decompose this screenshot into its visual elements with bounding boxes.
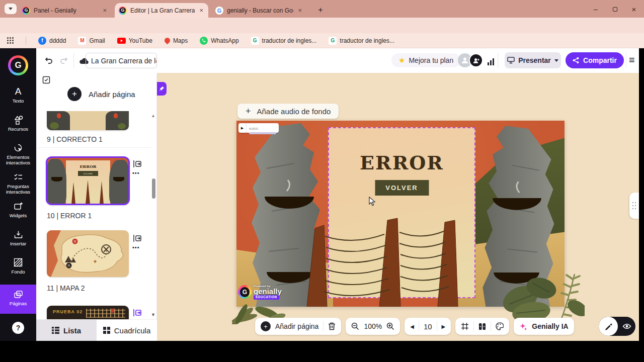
window-close-button[interactable]: ×	[628, 4, 640, 14]
play-icon[interactable]: ▶	[238, 123, 247, 133]
tab-search-button[interactable]	[5, 4, 17, 14]
monitor-icon	[507, 57, 515, 64]
page-label[interactable]: 10 | ERROR 1	[47, 212, 92, 220]
tab-lista[interactable]: Lista	[36, 320, 97, 341]
sidebar-item-elementos-interactivos[interactable]: Elementos interactivos	[0, 143, 36, 166]
sidebar-item-fondo[interactable]: Fondo	[0, 257, 36, 275]
page-thumbnail-9[interactable]	[47, 111, 129, 130]
genially-ia-button[interactable]: Genially IA	[514, 318, 574, 335]
pages-panel: + Añadir página 9 | CORRECTO 1 ERROR VOL…	[36, 73, 157, 319]
slide-volver-button[interactable]: VOLVER	[375, 180, 429, 196]
bookmark-item[interactable]: f ddddd	[38, 37, 66, 45]
window-maximize-button[interactable]	[609, 4, 621, 14]
bookmarks-bar: f ddddd M Gmail YouTube Maps WhatsApp G …	[0, 33, 644, 48]
page-layout-icon[interactable]	[133, 234, 142, 243]
menu-icon[interactable]: ≡	[629, 54, 635, 66]
thumb-button: VOLVER	[78, 171, 98, 176]
undo-icon[interactable]	[42, 54, 55, 67]
slide-error-title[interactable]: ERROR	[329, 151, 474, 174]
preview-mode-button[interactable]	[618, 323, 635, 330]
sidebar-item-recursos[interactable]: Recursos	[0, 115, 36, 132]
sidebar-item-preguntas-interactivas[interactable]: Preguntas interactivas	[0, 172, 36, 195]
trash-icon[interactable]	[328, 322, 336, 330]
bookmark-item[interactable]: G traductor de ingles...	[251, 37, 317, 45]
thumb-art	[113, 177, 124, 182]
plus-icon: +	[67, 87, 82, 101]
new-tab-button[interactable]: +	[315, 5, 326, 16]
page-thumbnail-12[interactable]: PRUEBA 02	[47, 306, 129, 319]
divider	[38, 147, 151, 148]
bookmark-item[interactable]: M Gmail	[78, 37, 105, 45]
window-minimize-button[interactable]: –	[590, 4, 602, 14]
scrollbar-thumb[interactable]	[152, 178, 155, 199]
browser-tab-google[interactable]: G genially - Buscar con Google ×	[211, 3, 307, 18]
bookmark-item[interactable]: Maps	[165, 37, 188, 44]
upgrade-label: Mejora tu plan	[409, 56, 453, 64]
edit-mode-button[interactable]	[599, 317, 618, 336]
present-button[interactable]: Presentar	[505, 52, 561, 68]
upgrade-plan-button[interactable]: ★ Mejora tu plan	[391, 53, 460, 67]
checklist-clipboard-icon[interactable]	[42, 76, 50, 84]
insert-icon	[0, 229, 36, 239]
browser-tab-panel[interactable]: G Panel - Genially ×	[18, 3, 112, 18]
whatsapp-icon	[200, 37, 208, 45]
pin-panel-button[interactable]	[157, 82, 167, 96]
tab-close-icon[interactable]: ×	[297, 7, 303, 14]
genially-logo[interactable]: G	[8, 55, 28, 75]
bookmark-item[interactable]: G traductor de ingles...	[329, 37, 394, 45]
tab-cuadricula[interactable]: Cuadrícula	[97, 320, 157, 341]
apps-grid-icon[interactable]	[7, 37, 14, 44]
frame-grid-icon[interactable]	[461, 322, 469, 330]
list-view-icon	[52, 327, 59, 334]
chevron-down-icon	[9, 8, 13, 10]
invite-collaborator-button[interactable]	[469, 53, 483, 67]
lista-label: Lista	[63, 326, 81, 335]
genially-watermark: G Powered by genially EDUCATION	[238, 285, 282, 300]
palette-icon[interactable]	[496, 322, 504, 330]
slide-rope-bridge[interactable]	[301, 214, 469, 307]
page-thumbnail-10-selected[interactable]: ERROR VOLVER	[46, 156, 130, 205]
bookmark-item[interactable]: WhatsApp	[200, 37, 238, 45]
sidebar-item-paginas[interactable]: Páginas	[0, 285, 36, 314]
page-layout-icon[interactable]	[133, 308, 142, 317]
page-label[interactable]: 11 | MAPA 2	[47, 284, 85, 292]
page-options-ellipsis[interactable]: •••	[132, 244, 140, 250]
zoom-in-icon[interactable]	[386, 322, 394, 330]
share-label: Compartir	[583, 56, 617, 64]
browser-tab-editor[interactable]: G Editor | La Gran Carrera de los D ×	[115, 3, 208, 18]
redo-icon[interactable]	[57, 54, 70, 67]
add-audio-button[interactable]: + Añade audio de fondo	[237, 104, 339, 119]
project-title-field[interactable]: La Gran Carrera de los ...	[86, 53, 157, 68]
page-thumbnail-11[interactable]: 02 01	[47, 230, 129, 277]
add-audio-label: Añade audio de fondo	[257, 107, 331, 116]
sidebar-item-widgets[interactable]: Widgets	[0, 201, 36, 218]
stats-icon[interactable]	[484, 55, 497, 68]
google-favicon: G	[215, 7, 223, 15]
zoom-out-icon[interactable]	[351, 322, 359, 330]
add-page-button[interactable]: +	[261, 321, 271, 331]
scroll-down-icon[interactable]: ▼	[151, 312, 155, 317]
share-button[interactable]: Compartir	[566, 52, 624, 68]
audio-progress-bar[interactable]	[249, 132, 276, 134]
tab-close-icon[interactable]: ×	[102, 7, 108, 14]
genially-ia-label: Genially IA	[532, 322, 568, 330]
side-drawer-handle[interactable]	[629, 193, 639, 219]
help-button[interactable]: ?	[12, 322, 24, 334]
page-layout-icon[interactable]	[133, 159, 142, 168]
page-options-ellipsis[interactable]: •••	[132, 170, 140, 176]
slide-leaves-right[interactable]	[499, 265, 585, 325]
scroll-up-icon[interactable]: ▲	[151, 113, 155, 118]
page-label[interactable]: 9 | CORRECTO 1	[47, 135, 103, 143]
prev-page-icon[interactable]: ◀	[410, 324, 414, 329]
gmail-icon: M	[78, 37, 86, 45]
slide-audio-player[interactable]: ▶ AUDIO	[238, 123, 279, 133]
add-page-label[interactable]: Añadir página	[275, 322, 318, 330]
sidebar-item-insertar[interactable]: Insertar	[0, 229, 36, 246]
bookmark-item[interactable]: YouTube	[117, 37, 152, 44]
checklist-icon	[0, 172, 36, 182]
tab-close-icon[interactable]: ×	[198, 7, 204, 14]
layout-columns-icon[interactable]	[478, 323, 486, 330]
sidebar-item-texto[interactable]: A Texto	[0, 86, 36, 104]
next-page-icon[interactable]: ▶	[442, 324, 446, 329]
add-page-button[interactable]: + Añadir página	[36, 86, 157, 102]
